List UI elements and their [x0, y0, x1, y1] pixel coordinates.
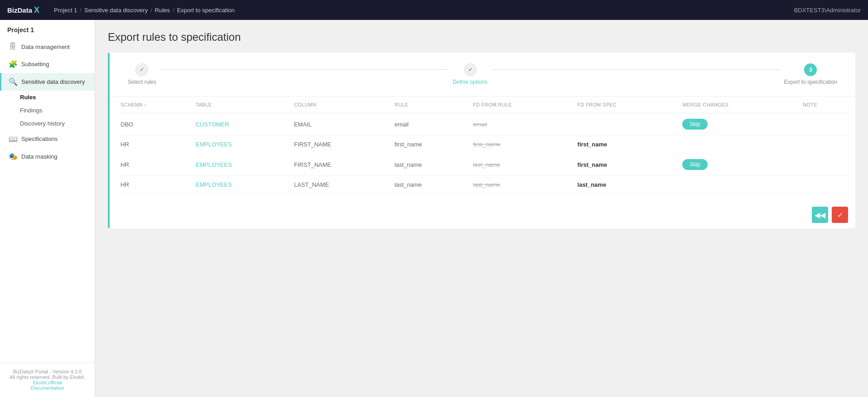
database-icon: 🗄 [9, 43, 17, 51]
step-1: Select rules [128, 63, 156, 85]
cell-table[interactable]: EMPLOYEES [192, 136, 290, 154]
back-button[interactable]: ◀◀ [812, 207, 828, 223]
breadcrumb-item-2[interactable]: Sensitive data discovery [84, 7, 148, 14]
cell-fd-from-spec: first_name [574, 154, 679, 176]
col-header-fd-from-rule: FD FROM RULE [469, 97, 574, 113]
sidebar-link-ekobit[interactable]: Ekobit official [7, 380, 87, 385]
breadcrumb-item-3[interactable]: Rules [155, 7, 170, 14]
col-header-merge-changes: MERGE CHANGES [679, 97, 799, 113]
logo: BizDataX [7, 5, 39, 15]
wizard-card-inner: Select rules Define options 3 Export to … [108, 53, 855, 228]
sidebar-project-title: Project 1 [0, 20, 95, 38]
cell-rule: email [391, 113, 469, 136]
cell-column: LAST_NAME [290, 176, 391, 194]
cell-table[interactable]: EMPLOYEES [192, 176, 290, 194]
sidebar-sub-item-discovery-history[interactable]: Discovery history [20, 117, 95, 130]
col-header-rule: RULE [391, 97, 469, 113]
top-nav: BizDataX Project 1 / Sensitive data disc… [0, 0, 868, 20]
cell-table[interactable]: CUSTOMER [192, 113, 290, 136]
cell-fd-from-rule: last_name [469, 154, 574, 176]
sidebar-item-label: Data management [21, 44, 70, 50]
sidebar-link-docs[interactable]: Documentation [7, 385, 87, 391]
skip-button[interactable]: Skip [682, 119, 707, 130]
cell-rule: last_name [391, 176, 469, 194]
puzzle-icon: 🧩 [9, 60, 17, 68]
cell-merge-changes[interactable]: Skip [679, 113, 799, 136]
logo-x: X [34, 5, 39, 15]
sidebar-item-label: Specifications [21, 136, 58, 142]
col-header-schema: SCHEMA ↑ [117, 97, 192, 113]
col-header-note: NOTE [799, 97, 848, 113]
sidebar-item-label: Subsetting [21, 61, 49, 68]
cell-rule: first_name [391, 136, 469, 154]
sidebar-item-data-masking[interactable]: 🎭 Data masking [0, 148, 95, 165]
step-1-circle [135, 63, 148, 76]
sidebar-rights: All rights reserved. Built by Ekobit. [7, 374, 87, 380]
sidebar-item-label: Data masking [21, 153, 57, 160]
stepper: Select rules Define options 3 Export to … [110, 53, 855, 97]
step-1-label: Select rules [128, 79, 156, 85]
main-content: Export rules to specification Select rul… [95, 20, 868, 397]
confirm-button[interactable]: ✓ [832, 207, 848, 223]
table-row: DBO CUSTOMER EMAIL email email Skip [117, 113, 848, 136]
sidebar-item-sensitive-data-discovery[interactable]: 🔍 Sensitive data discovery [0, 73, 95, 91]
step-connector-1 [161, 69, 448, 70]
sidebar-sub-menu: Rules Findings Discovery history [0, 91, 95, 130]
book-icon: 📖 [9, 135, 17, 143]
cell-note [799, 176, 848, 194]
breadcrumb: Project 1 / Sensitive data discovery / R… [54, 7, 235, 14]
cell-merge-changes[interactable]: Skip [679, 154, 799, 176]
cell-table[interactable]: EMPLOYEES [192, 154, 290, 176]
logo-text: BizData [7, 6, 32, 14]
table-header-row: SCHEMA ↑ TABLE COLUMN RULE FD FROM RULE … [117, 97, 848, 113]
col-header-column: COLUMN [290, 97, 391, 113]
search-icon: 🔍 [9, 77, 17, 86]
rules-table: SCHEMA ↑ TABLE COLUMN RULE FD FROM RULE … [117, 97, 848, 194]
breadcrumb-item-1[interactable]: Project 1 [54, 7, 77, 14]
cell-fd-from-spec [574, 113, 679, 136]
cell-fd-from-spec: last_name [574, 176, 679, 194]
step-3-label: Export to specification [784, 79, 837, 85]
sidebar-version: BizDataX Portal - Version 4.3.0 [7, 369, 87, 374]
wizard-card: Select rules Define options 3 Export to … [108, 53, 855, 228]
cell-merge-changes [679, 136, 799, 154]
sidebar-item-subsetting[interactable]: 🧩 Subsetting [0, 55, 95, 73]
cell-fd-from-rule: email [469, 113, 574, 136]
cell-column: FIRST_NAME [290, 136, 391, 154]
cell-rule: last_name [391, 154, 469, 176]
step-3-circle: 3 [804, 63, 817, 76]
cell-schema: HR [117, 176, 192, 194]
step-2-circle [464, 63, 477, 76]
cell-fd-from-rule: last_name [469, 176, 574, 194]
cell-schema: HR [117, 154, 192, 176]
col-header-table: TABLE [192, 97, 290, 113]
table-row: HR EMPLOYEES FIRST_NAME last_name last_n… [117, 154, 848, 176]
table-container: SCHEMA ↑ TABLE COLUMN RULE FD FROM RULE … [110, 97, 855, 201]
page-title: Export rules to specification [108, 31, 855, 44]
cell-merge-changes [679, 176, 799, 194]
sidebar-item-specifications[interactable]: 📖 Specifications [0, 130, 95, 148]
sidebar-item-data-management[interactable]: 🗄 Data management [0, 38, 95, 55]
step-3: 3 Export to specification [784, 63, 837, 85]
mask-icon: 🎭 [9, 152, 17, 161]
cell-note [799, 136, 848, 154]
sidebar-footer: BizDataX Portal - Version 4.3.0 All righ… [0, 362, 95, 397]
cell-note [799, 113, 848, 136]
sidebar-sub-item-findings[interactable]: Findings [20, 104, 95, 117]
cell-schema: DBO [117, 113, 192, 136]
sidebar-sub-item-rules[interactable]: Rules [20, 91, 95, 104]
wizard-footer: ◀◀ ✓ [110, 201, 855, 228]
step-2-label: Define options [453, 79, 487, 85]
table-row: HR EMPLOYEES FIRST_NAME first_name first… [117, 136, 848, 154]
cell-fd-from-spec: first_name [574, 136, 679, 154]
user-info: BDXTEST3\Administrator [794, 7, 861, 14]
skip-button[interactable]: Skip [682, 159, 707, 170]
col-header-fd-from-spec: FD FROM SPEC [574, 97, 679, 113]
step-2: Define options [453, 63, 487, 85]
table-row: HR EMPLOYEES LAST_NAME last_name last_na… [117, 176, 848, 194]
step-connector-2 [492, 69, 780, 70]
cell-note [799, 154, 848, 176]
cell-schema: HR [117, 136, 192, 154]
cell-fd-from-rule: first_name [469, 136, 574, 154]
sidebar: Project 1 🗄 Data management 🧩 Subsetting… [0, 20, 95, 397]
